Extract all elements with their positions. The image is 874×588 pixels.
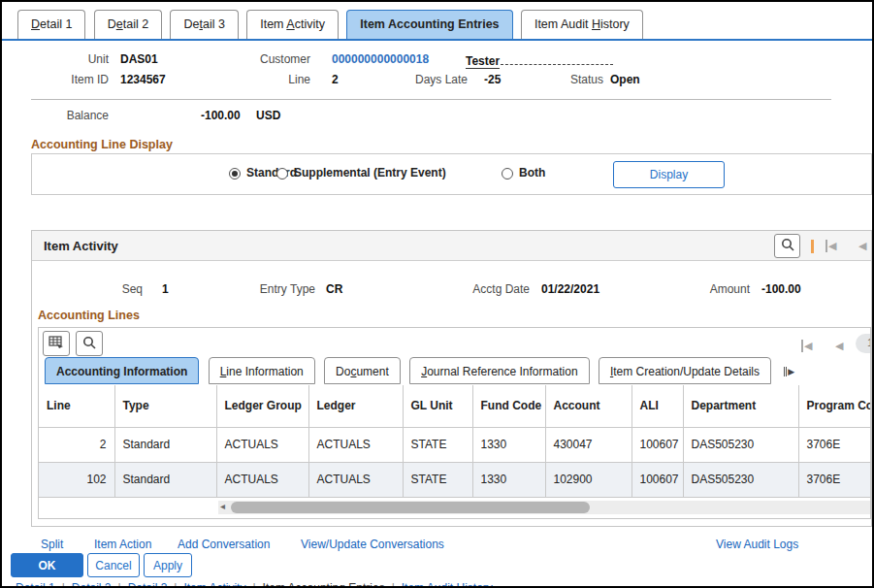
footer-separator: | (392, 581, 395, 588)
cell-line: 102 (39, 462, 114, 497)
col-ledger-group: Ledger Group (216, 385, 308, 427)
cell-ali: 100607 (631, 462, 683, 497)
tab-item-accounting-entries[interactable]: Item Accounting Entries (346, 10, 512, 39)
gridtab-accounting-information[interactable]: Accounting Information (45, 357, 199, 384)
seq-label: Seq (75, 282, 143, 296)
gridtab-document[interactable]: Document (324, 357, 401, 384)
col-type: Type (114, 385, 216, 427)
previous-row-icon[interactable]: ◀ (858, 240, 866, 252)
cell-ledger-group: ACTUALS (216, 427, 308, 462)
unit-value: DAS01 (120, 52, 158, 66)
dashed-underline (501, 52, 613, 65)
customer-name-link[interactable]: Tester (466, 54, 500, 69)
accounting-line-display-heading: Accounting Line Display (31, 138, 173, 151)
cell-gl-unit: STATE (403, 462, 472, 497)
entry-type-value: CR (326, 282, 342, 296)
footer-item-activity-link[interactable]: Item Activity (183, 581, 245, 588)
item-activity-section: Item Activity ◀ ◀ Seq 1 Entry Type CR Ac… (31, 230, 872, 527)
tab-item-audit-history[interactable]: Item Audit History (521, 10, 643, 39)
col-department: Department (683, 385, 798, 427)
cell-type: Standard (114, 462, 216, 497)
page-tab-bar: Detail 1 Detail 2 Detail 3 Item Activity… (2, 2, 872, 41)
item-action-link[interactable]: Item Action (94, 538, 151, 551)
entry-type-label: Entry Type (238, 282, 315, 296)
footer-detail-3-link[interactable]: Detail 3 (128, 581, 168, 588)
line-value: 2 (332, 73, 339, 86)
footer-item-audit-history-link[interactable]: Item Audit History (402, 581, 493, 588)
status-label: Status (526, 73, 603, 86)
accounting-lines-heading: Accounting Lines (38, 309, 140, 322)
footer-detail-1-link[interactable]: Detail 1 (16, 581, 55, 588)
table-row: 102 Standard ACTUALS ACTUALS STATE 1330 … (39, 462, 871, 497)
customer-label: Customer (225, 52, 310, 66)
cell-account: 430047 (545, 427, 631, 462)
accounting-line-display-box: Standard Supplemental (Entry Event) Both… (31, 153, 872, 195)
cancel-button[interactable]: Cancel (87, 553, 140, 577)
view-audit-logs-link[interactable]: View Audit Logs (716, 538, 798, 551)
item-id-label: Item ID (41, 73, 109, 86)
cell-line: 2 (39, 427, 114, 462)
tab-detail-1[interactable]: Detail 1 (17, 10, 85, 39)
item-activity-title: Item Activity (44, 239, 118, 253)
footer-separator: | (62, 581, 65, 588)
radio-supplemental-label[interactable]: Supplemental (Entry Event) (294, 166, 446, 180)
line-label: Line (225, 73, 310, 86)
balance-value: -100.00 (201, 109, 241, 122)
col-line: Line (39, 385, 114, 427)
tab-detail-2[interactable]: Detail 2 (94, 10, 162, 39)
col-program-code: Program Code (798, 385, 871, 427)
accounting-lines-table: Line Type Ledger Group Ledger GL Unit Fu… (39, 385, 871, 498)
status-value: Open (610, 73, 640, 86)
grid-first-row-icon[interactable]: ◀ (801, 340, 812, 352)
radio-standard-label[interactable]: Standard (246, 166, 297, 180)
scrollbar-thumb[interactable] (231, 502, 590, 513)
grid-previous-row-icon[interactable]: ◀ (835, 340, 843, 352)
radio-supplemental[interactable] (276, 168, 288, 180)
accounting-lines-grid: ◀ ◀ 1-2 Accounting Information Line Info… (38, 327, 871, 519)
customer-id-link[interactable]: 000000000000018 (332, 52, 429, 66)
cell-ledger: ACTUALS (308, 462, 403, 497)
grid-find-button[interactable] (76, 331, 103, 356)
amount-value: -100.00 (761, 282, 801, 296)
gridtab-item-creation-update-details[interactable]: Item Creation/Update Details (599, 357, 771, 384)
radio-standard[interactable] (229, 168, 241, 180)
header-separator (31, 99, 831, 100)
customer-name: Tester (466, 52, 613, 68)
split-link[interactable]: Split (41, 538, 63, 551)
footer-separator: | (174, 581, 177, 588)
col-ledger: Ledger (308, 385, 403, 427)
first-row-icon[interactable]: ◀ (825, 240, 836, 252)
ok-button[interactable]: OK (11, 553, 83, 577)
cell-program-code: 3706E (798, 462, 871, 497)
col-ali: ALI (631, 385, 683, 427)
tab-detail-3[interactable]: Detail 3 (170, 10, 238, 39)
radio-both-label[interactable]: Both (519, 166, 545, 180)
cell-ali: 100607 (631, 427, 683, 462)
display-button[interactable]: Display (613, 161, 725, 188)
grid-action-menu-button[interactable] (43, 331, 70, 356)
footer-detail-2-link[interactable]: Detail 2 (72, 581, 112, 588)
cell-ledger: ACTUALS (308, 427, 403, 462)
gridtab-line-information[interactable]: Line Information (209, 357, 315, 384)
add-conversation-link[interactable]: Add Conversation (178, 538, 270, 551)
apply-button[interactable]: Apply (144, 553, 192, 577)
col-fund-code: Fund Code (472, 385, 545, 427)
scroll-left-icon[interactable]: ◂ (220, 501, 225, 511)
search-icon (82, 336, 96, 352)
radio-both[interactable] (502, 168, 513, 180)
find-button[interactable] (774, 234, 800, 258)
cell-account: 102900 (545, 462, 631, 497)
cell-ledger-group: ACTUALS (216, 462, 308, 497)
cell-type: Standard (114, 427, 216, 462)
gridtab-journal-reference-information[interactable]: Journal Reference Information (409, 357, 589, 384)
show-all-columns-icon[interactable]: ▶ (784, 367, 794, 384)
footer-separator: | (118, 581, 121, 588)
tab-item-activity[interactable]: Item Activity (246, 10, 339, 39)
table-row: 2 Standard ACTUALS ACTUALS STATE 1330 43… (39, 427, 871, 462)
item-maintenance-page: { "tabs": { "items": [ {"pre":"","key":"… (0, 0, 874, 588)
horizontal-scrollbar[interactable]: ◂ (218, 501, 870, 514)
footer-separator: | (252, 581, 255, 588)
view-update-conversations-link[interactable]: View/Update Conversations (301, 538, 444, 551)
cell-department: DAS505230 (683, 462, 798, 497)
seq-value: 1 (162, 282, 169, 296)
